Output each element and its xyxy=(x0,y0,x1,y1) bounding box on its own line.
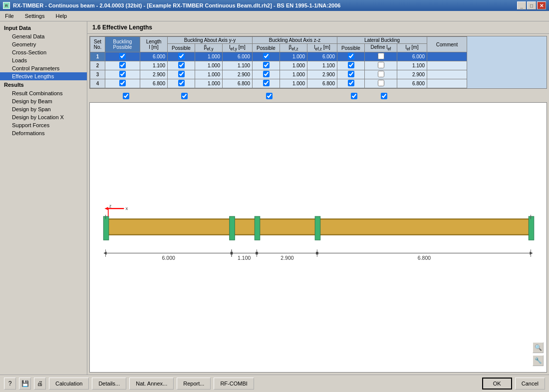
cell-lef-z: 1.100 xyxy=(307,61,337,70)
sidebar-item-design-by-beam[interactable]: Design by Beam xyxy=(0,97,87,105)
beam-diagram-area: x z 6.000 1.100 2.900 xyxy=(89,102,547,373)
cell-bef-z: 1.000 xyxy=(280,61,307,70)
cell-bz-possible[interactable] xyxy=(253,79,280,88)
cell-lat-possible[interactable] xyxy=(337,52,365,61)
cell-lef: 6.800 xyxy=(397,79,427,88)
checkbox-by-3[interactable] xyxy=(178,80,185,86)
sidebar-item-deformations[interactable]: Deformations xyxy=(0,129,87,137)
menu-file[interactable]: File xyxy=(2,12,17,20)
print-icon-button[interactable]: 🖨 xyxy=(34,378,46,390)
table-row[interactable]: 3 2.900 1.000 2.900 1.000 2.900 2.900 xyxy=(90,70,467,79)
report-button[interactable]: Report... xyxy=(177,378,211,390)
sidebar-item-cross-section[interactable]: Cross-Section xyxy=(0,48,87,56)
bottom-check-buckling[interactable] xyxy=(108,93,143,99)
menu-settings[interactable]: Settings xyxy=(22,12,48,20)
cell-length: 6.800 xyxy=(140,79,168,88)
checkbox-buckling-1[interactable] xyxy=(119,62,126,68)
span-1-label: 6.000 xyxy=(162,255,175,261)
cell-set-no: 1 xyxy=(90,52,105,61)
zoom-in-button[interactable]: 🔍 xyxy=(533,342,544,353)
sidebar-item-loads[interactable]: Loads xyxy=(0,56,87,64)
bottom-check-define[interactable] xyxy=(368,93,400,99)
table-row[interactable]: 2 1.100 1.000 1.100 1.000 1.100 1.100 xyxy=(90,61,467,70)
cell-by-possible[interactable] xyxy=(168,70,195,79)
cell-lat-possible[interactable] xyxy=(337,70,365,79)
save-icon-button[interactable]: 💾 xyxy=(19,378,31,390)
checkbox-by-0[interactable] xyxy=(178,53,185,59)
help-icon-button[interactable]: ? xyxy=(4,378,16,390)
checkbox-by-1[interactable] xyxy=(178,62,185,68)
sidebar-item-design-by-location-x[interactable]: Design by Location X xyxy=(0,113,87,121)
checkbox-define-3[interactable] xyxy=(378,80,384,86)
cell-lef-y: 6.800 xyxy=(223,79,253,88)
checkbox-bz-0[interactable] xyxy=(263,53,270,59)
table-row[interactable]: 4 6.800 1.000 6.800 1.000 6.800 6.800 xyxy=(90,79,467,88)
bottom-checkbox-buckling[interactable] xyxy=(123,93,129,99)
checkbox-bz-3[interactable] xyxy=(263,80,270,86)
checkbox-lat-2[interactable] xyxy=(348,71,354,77)
support-1 xyxy=(103,216,109,240)
checkbox-bz-2[interactable] xyxy=(263,71,270,77)
cell-buckling-possible[interactable] xyxy=(105,70,140,79)
bottom-check-bz[interactable] xyxy=(256,93,283,99)
sidebar-item-support-forces[interactable]: Support Forces xyxy=(0,121,87,129)
cell-buckling-possible[interactable] xyxy=(105,52,140,61)
cell-set-no: 4 xyxy=(90,79,105,88)
cell-lat-possible[interactable] xyxy=(337,61,365,70)
cell-define-lef[interactable] xyxy=(365,52,397,61)
bottom-checkbox-define[interactable] xyxy=(381,93,387,99)
col-bef-y-header: βef,y xyxy=(195,44,223,52)
calculation-button[interactable]: Calculation xyxy=(49,378,89,390)
sidebar-item-geometry[interactable]: Geometry xyxy=(0,40,87,48)
checkbox-buckling-3[interactable] xyxy=(119,80,126,86)
cell-bz-possible[interactable] xyxy=(253,52,280,61)
col-by-possible-header: Possible xyxy=(168,44,195,52)
ok-button[interactable]: OK xyxy=(482,378,512,390)
checkbox-by-2[interactable] xyxy=(178,71,185,77)
checkbox-define-2[interactable] xyxy=(378,71,384,77)
cell-by-possible[interactable] xyxy=(168,52,195,61)
checkbox-define-1[interactable] xyxy=(378,62,384,68)
checkbox-define-0[interactable] xyxy=(378,53,384,59)
sidebar-item-general-data[interactable]: General Data xyxy=(0,32,87,40)
rf-combi-button[interactable]: RF-COMBI xyxy=(214,378,254,390)
checkbox-buckling-0[interactable] xyxy=(119,53,126,59)
sidebar-item-control-parameters[interactable]: Control Parameters xyxy=(0,64,87,72)
cell-bz-possible[interactable] xyxy=(253,70,280,79)
cell-buckling-possible[interactable] xyxy=(105,61,140,70)
checkbox-bz-1[interactable] xyxy=(263,62,270,68)
cell-by-possible[interactable] xyxy=(168,79,195,88)
cell-bz-possible[interactable] xyxy=(253,61,280,70)
cell-define-lef[interactable] xyxy=(365,79,397,88)
bottom-checkbox-by[interactable] xyxy=(181,93,188,99)
span-4-label: 6.800 xyxy=(418,255,431,261)
cell-by-possible[interactable] xyxy=(168,61,195,70)
bottom-check-by[interactable] xyxy=(171,93,198,99)
cell-lat-possible[interactable] xyxy=(337,79,365,88)
zoom-out-button[interactable]: 🔧 xyxy=(533,355,544,366)
bottom-checkboxes-row xyxy=(89,91,549,101)
menu-help[interactable]: Help xyxy=(52,12,70,20)
details-button[interactable]: Details... xyxy=(92,378,126,390)
cell-buckling-possible[interactable] xyxy=(105,79,140,88)
table-row[interactable]: 1 6.000 1.000 6.000 1.000 6.000 6.000 xyxy=(90,52,467,61)
checkbox-lat-3[interactable] xyxy=(348,80,354,86)
checkbox-lat-1[interactable] xyxy=(348,62,354,68)
cancel-button[interactable]: Cancel xyxy=(515,378,545,390)
nat-annex-button[interactable]: Nat. Annex... xyxy=(129,378,174,390)
minimize-button[interactable]: _ xyxy=(517,1,526,9)
checkbox-lat-0[interactable] xyxy=(348,53,354,59)
bottom-checkbox-lat[interactable] xyxy=(351,93,357,99)
sidebar-item-result-combinations[interactable]: Result Combinations xyxy=(0,89,87,97)
bottom-checkbox-bz[interactable] xyxy=(266,93,273,99)
checkbox-buckling-2[interactable] xyxy=(119,71,126,77)
sidebar-item-effective-lengths[interactable]: Effective Lengths xyxy=(0,72,87,80)
cell-define-lef[interactable] xyxy=(365,70,397,79)
cell-bef-z: 1.000 xyxy=(280,52,307,61)
maximize-button[interactable]: □ xyxy=(527,1,536,9)
sidebar-item-design-by-span[interactable]: Design by Span xyxy=(0,105,87,113)
close-button[interactable]: ✕ xyxy=(537,1,546,9)
col-lef-z-header: lef,z [m] xyxy=(307,44,337,52)
bottom-check-lat[interactable] xyxy=(340,93,368,99)
cell-define-lef[interactable] xyxy=(365,61,397,70)
